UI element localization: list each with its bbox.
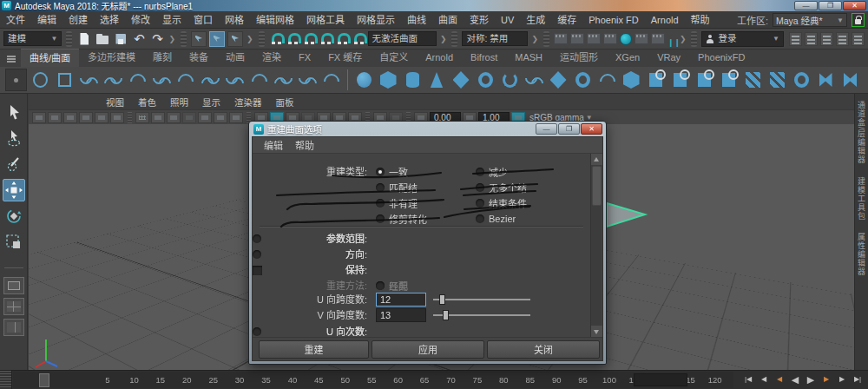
timeline-tick[interactable]: 40 [281, 375, 304, 385]
resolution-gate-icon[interactable] [167, 112, 181, 123]
square-surface-icon[interactable] [645, 69, 667, 91]
panel-menu-item[interactable]: 显示 [196, 96, 227, 109]
timeline-tick[interactable]: 15 [149, 375, 172, 385]
timeline-ruler[interactable]: 5101520253035404550556065707580859095100… [13, 372, 733, 388]
radio-option[interactable]: 减少 [476, 164, 527, 180]
shelf-tab[interactable]: 渲染 [253, 49, 290, 67]
radio-option[interactable]: 匹配结 [376, 180, 427, 195]
birail-icon[interactable] [596, 69, 618, 91]
menu-item[interactable]: 网格显示 [351, 11, 401, 29]
timeline-tick[interactable]: 50 [334, 375, 357, 385]
radio-option[interactable]: Bezier [476, 211, 527, 227]
shelf-tab[interactable]: Bifrost [462, 49, 506, 67]
loft-icon[interactable] [523, 69, 545, 91]
lock-workspace-icon[interactable] [852, 13, 865, 27]
shelf-tab[interactable]: 曲线/曲面 [21, 49, 79, 67]
select-component-icon[interactable] [227, 31, 243, 47]
snap-to-projected-center-icon[interactable] [319, 31, 332, 46]
timeline-tick[interactable]: 25 [202, 375, 225, 385]
timeline-tick[interactable]: 95 [572, 375, 595, 385]
launch-render-icon[interactable] [651, 33, 665, 44]
three-point-arc-icon[interactable] [175, 69, 197, 91]
detach-curves-icon[interactable] [224, 69, 246, 91]
menu-item[interactable]: 编辑网格 [250, 11, 300, 29]
select-object-icon[interactable] [209, 31, 225, 47]
radio-option[interactable]: 无多个结 [476, 180, 527, 195]
menu-item[interactable]: 曲线 [401, 11, 432, 29]
oversan-icon[interactable] [110, 112, 124, 123]
step-forward-key-icon[interactable]: ▶ [819, 373, 833, 386]
dialog-minimize-button[interactable]: — [536, 123, 557, 135]
insert-knot-icon[interactable] [248, 69, 270, 91]
shelf-tab[interactable]: Arnold [417, 49, 462, 67]
play-forwards-icon[interactable]: ▶ [804, 373, 818, 386]
pencil-curve-tool-icon[interactable] [151, 69, 173, 91]
panel-menu-item[interactable]: 面板 [270, 96, 300, 109]
select-hierarchy-icon[interactable] [191, 31, 207, 47]
menu-item[interactable]: 创建 [62, 11, 94, 29]
timeline-tick[interactable]: 45 [307, 375, 330, 385]
group-expand-icon[interactable]: ❯ [168, 35, 176, 43]
menu-item[interactable]: Arnold [645, 11, 685, 29]
menu-item[interactable]: 变形 [464, 11, 495, 29]
menu-item[interactable]: 选择 [94, 11, 125, 29]
timeline-tick[interactable]: 80 [492, 375, 515, 385]
shelf-tab[interactable]: MASH [506, 49, 551, 67]
image-plane-icon[interactable] [79, 112, 93, 123]
modeling-toolkit-toggle-icon[interactable] [789, 32, 802, 46]
dialog-titlebar[interactable]: M 重建曲面选项 — ❐ ✕ [252, 122, 603, 136]
panel-menu-item[interactable]: 照明 [164, 96, 194, 109]
ep-curve-tool-icon[interactable] [102, 69, 124, 91]
shelf-menu-icon[interactable] [5, 52, 17, 64]
shelf-tab[interactable]: XGen [607, 49, 648, 67]
minimize-button[interactable]: — [794, 1, 818, 10]
dialog-menu-item[interactable]: 编辑 [260, 138, 287, 152]
insert-isoparms-icon[interactable] [815, 69, 837, 91]
snap-to-view-plane-icon[interactable] [335, 31, 349, 46]
menu-item[interactable]: 缓存 [551, 11, 582, 29]
make-live-icon[interactable] [352, 31, 365, 46]
nurbs-cone-icon[interactable] [426, 69, 448, 91]
nurbs-torus-icon[interactable] [475, 69, 496, 91]
step-back-frame-icon[interactable]: ◀ [757, 373, 771, 386]
symmetry-field[interactable]: 对称: 禁用 [462, 31, 528, 46]
menu-item[interactable]: Phoenix FD [582, 11, 644, 29]
current-frame-marker[interactable] [39, 373, 49, 387]
close-button[interactable]: ✕ [843, 1, 866, 10]
group-expand-icon[interactable]: ❯ [246, 35, 254, 43]
tool-settings-toggle-icon[interactable] [852, 32, 865, 46]
group-expand-icon[interactable]: ❯ [439, 35, 448, 43]
menu-set-dropdown[interactable]: 建模 ▼ [3, 31, 62, 46]
timeline-tick[interactable]: 85 [519, 375, 542, 385]
nurbs-plane-icon[interactable] [450, 69, 472, 91]
offset-curve-icon[interactable] [297, 69, 319, 91]
snap-to-curve-icon[interactable] [286, 31, 299, 46]
save-scene-icon[interactable] [113, 31, 128, 47]
layout-single-pane-button[interactable] [3, 277, 24, 294]
timeline-tick[interactable]: 120 [704, 375, 727, 385]
extrude-icon[interactable] [572, 69, 594, 91]
step-forward-frame-icon[interactable]: ▶ [835, 373, 849, 386]
panel-menu-item[interactable]: 着色 [132, 96, 162, 109]
apply-button[interactable]: 应用 [372, 340, 484, 359]
trim-tool-icon[interactable] [766, 69, 788, 91]
v-spans-input[interactable]: 13 [376, 308, 426, 322]
timeline-tick[interactable]: 60 [387, 375, 410, 385]
group-expand-icon[interactable]: ❯ [530, 35, 539, 43]
menu-item[interactable]: 网格 [219, 11, 250, 29]
go-to-end-icon[interactable]: ▶| [851, 373, 865, 386]
nurbs-cube-icon[interactable] [378, 69, 399, 91]
sidebar-tab[interactable]: 建模工具包 [856, 177, 867, 221]
current-time-field[interactable] [634, 373, 687, 386]
menu-item[interactable]: 曲面 [432, 11, 464, 29]
untrim-surfaces-icon[interactable] [791, 69, 812, 91]
scroll-up-icon[interactable] [591, 154, 602, 165]
u-spans-slider[interactable] [433, 292, 530, 307]
character-controls-toggle-icon[interactable] [805, 32, 818, 46]
camera-attributes-icon[interactable] [48, 112, 62, 123]
channel-box-toggle-icon[interactable] [820, 32, 833, 46]
panel-menu-item[interactable]: 渲染器 [228, 96, 268, 109]
menu-item[interactable]: 帮助 [685, 11, 716, 29]
shelf-tab[interactable]: 运动图形 [551, 49, 607, 67]
rebuild-surfaces-icon[interactable] [864, 69, 868, 91]
